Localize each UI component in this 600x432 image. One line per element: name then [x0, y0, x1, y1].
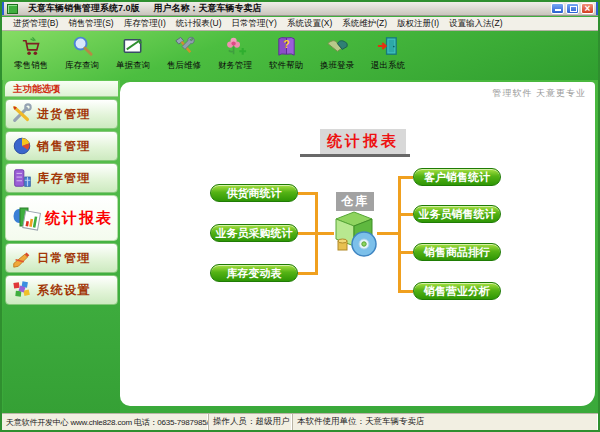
maximize-button[interactable] [566, 3, 579, 14]
report-button-supplier-stats[interactable]: 供货商统计 [210, 184, 298, 202]
connector-right-stub-1 [401, 176, 413, 179]
inventory-cabinet-icon [11, 167, 33, 189]
report-button-customer-sales[interactable]: 客户销售统计 [413, 168, 501, 186]
sidebar-item-inventory[interactable]: 库存管理 [5, 163, 118, 193]
settings-blocks-icon [11, 279, 33, 301]
menu-settings[interactable]: 系统设置(X) [282, 18, 337, 30]
menu-input-method[interactable]: 设置输入法(Z) [444, 18, 507, 30]
menu-sales[interactable]: 销售管理(S) [63, 18, 118, 30]
toolbar-document-query[interactable]: 单据查询 [108, 34, 158, 72]
toolbar-shift-login[interactable]: 换班登录 [312, 34, 362, 72]
toolbar-exit-system[interactable]: 退出系统 [363, 34, 413, 72]
sales-pie-icon [11, 135, 33, 157]
app-window: 天意车辆销售管理系统7.0版 用户名称：天意车辆专卖店 进货管理(B) 销售管理… [0, 0, 600, 432]
main-body: 主功能选项 进货管理 销售管理 [2, 80, 598, 413]
warehouse-box-cd-icon [328, 208, 380, 258]
retail-cart-icon [19, 34, 44, 59]
toolbar-finance[interactable]: 财务管理 [210, 34, 260, 72]
help-book-icon: ? [274, 34, 299, 59]
minimize-button[interactable] [551, 3, 564, 14]
menu-inventory[interactable]: 库存管理(I) [119, 18, 171, 30]
connector-right-stub-2 [401, 213, 413, 216]
content-panel: 管理软件 天意更专业 统计报表 供货商统计 业务员采购统计 库存变动表 客户销售… [120, 82, 595, 406]
app-icon [7, 4, 18, 14]
window-title: 天意车辆销售管理系统7.0版 [28, 2, 140, 15]
close-button[interactable] [581, 3, 594, 14]
finance-flower-icon [223, 34, 248, 59]
status-operator: 操作人员：超级用户 [209, 414, 293, 430]
menu-register[interactable]: 版权注册(I) [392, 18, 444, 30]
sidebar-item-daily[interactable]: 日常管理 [5, 243, 118, 273]
status-license-unit: 本软件使用单位：天意车辆专卖店 [293, 414, 598, 430]
sidebar: 主功能选项 进货管理 销售管理 [3, 80, 120, 413]
connector-right-stub-3 [401, 251, 413, 254]
document-query-icon [121, 34, 146, 59]
status-developer-info: 天意软件开发中心 www.chle828.com 电话：0635-7987985… [2, 414, 209, 430]
report-button-stock-change[interactable]: 库存变动表 [210, 264, 298, 282]
toolbar-retail-sales[interactable]: 零售销售 [6, 34, 56, 72]
menu-bar: 进货管理(B) 销售管理(S) 库存管理(I) 统计报表(U) 日常管理(Y) … [2, 17, 598, 31]
sidebar-item-sales[interactable]: 销售管理 [5, 131, 118, 161]
menu-daily[interactable]: 日常管理(Y) [227, 18, 282, 30]
toolbar-after-sales-repair[interactable]: 售后维修 [159, 34, 209, 72]
inventory-search-icon [70, 34, 95, 59]
connector-right-stub-4 [401, 290, 413, 293]
toolbar-software-help[interactable]: ? 软件帮助 [261, 34, 311, 72]
window-user-label: 用户名称：天意车辆专卖店 [154, 2, 262, 15]
shift-login-icon [325, 34, 350, 59]
sidebar-header: 主功能选项 [5, 81, 118, 97]
title-underline [300, 154, 410, 157]
connector-right-vertical [398, 176, 401, 293]
connector-left-vertical [315, 192, 318, 275]
sidebar-item-settings[interactable]: 系统设置 [5, 275, 118, 305]
toolbar: 零售销售 库存查询 单据查询 售后维修 [2, 31, 598, 80]
repair-tools-icon [172, 34, 197, 59]
report-chart-icon [11, 203, 41, 233]
report-button-salesman-sales[interactable]: 业务员销售统计 [413, 205, 501, 223]
page-title: 统计报表 [320, 129, 406, 154]
sidebar-item-reports[interactable]: 统计报表 [5, 195, 118, 241]
menu-maintenance[interactable]: 系统维护(Z) [337, 18, 392, 30]
report-button-business-analysis[interactable]: 销售营业分析 [413, 282, 501, 300]
window-controls [551, 3, 594, 14]
purchase-tools-icon [11, 103, 33, 125]
svg-text:?: ? [283, 38, 289, 50]
daily-pen-icon [11, 247, 33, 269]
report-button-product-ranking[interactable]: 销售商品排行 [413, 243, 501, 261]
menu-purchase[interactable]: 进货管理(B) [8, 18, 63, 30]
report-button-purchaser-stats[interactable]: 业务员采购统计 [210, 224, 298, 242]
status-bar: 天意软件开发中心 www.chle828.com 电话：0635-7987985… [2, 413, 598, 430]
title-bar: 天意车辆销售管理系统7.0版 用户名称：天意车辆专卖店 [2, 2, 598, 16]
tagline: 管理软件 天意更专业 [492, 87, 586, 100]
exit-door-icon [376, 34, 401, 59]
toolbar-inventory-query[interactable]: 库存查询 [57, 34, 107, 72]
menu-reports[interactable]: 统计报表(U) [171, 18, 227, 30]
sidebar-item-purchase[interactable]: 进货管理 [5, 99, 118, 129]
